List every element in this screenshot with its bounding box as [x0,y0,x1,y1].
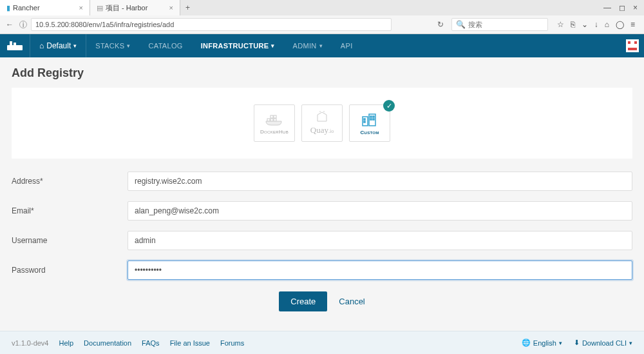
environment-picker[interactable]: ⌂ Default ▾ [30,34,86,57]
registry-label: DockerHub [260,129,289,135]
bookmark-icon[interactable]: ☆ [557,20,564,29]
minimize-icon[interactable]: — [603,3,611,12]
rancher-header: ⌂ Default ▾ STACKS▾ CATALOG INFRASTRUCTU… [0,34,644,57]
nav-api[interactable]: API [332,34,362,57]
window-controls: — ◻ × [597,3,644,12]
page-title: Add Registry [12,66,632,80]
username-input[interactable] [128,231,632,250]
svg-rect-7 [267,119,270,121]
chevron-down-icon: ▾ [271,43,274,49]
chevron-down-icon: ▾ [319,43,323,49]
back-button[interactable]: ← [4,20,15,29]
chevron-down-icon: ▾ [629,340,632,346]
search-icon: 🔍 [456,20,466,29]
check-icon: ✓ [383,100,395,112]
footer-faqs[interactable]: FAQs [142,339,160,347]
search-input[interactable] [468,21,544,28]
tab-bar: ▮ Rancher × ▤ 项目 - Harbor × + — ◻ × [0,0,644,15]
browser-tab-rancher[interactable]: ▮ Rancher × [0,0,90,15]
svg-rect-11 [274,115,276,118]
create-button[interactable]: Create [279,291,327,311]
browser-tab-harbor[interactable]: ▤ 项目 - Harbor × [90,0,180,15]
user-avatar[interactable] [621,34,644,57]
footer-help[interactable]: Help [59,339,73,347]
address-input[interactable] [128,172,632,191]
svg-rect-14 [364,119,365,120]
svg-rect-16 [370,116,372,117]
env-label: Default [46,41,71,50]
new-tab-button[interactable]: + [180,3,195,12]
footer-file-issue[interactable]: File an Issue [170,339,210,347]
version-text: v1.1.0-dev4 [12,339,48,347]
download-cli[interactable]: ⬇ Download CLI ▾ [574,339,632,347]
svg-rect-17 [373,116,374,117]
info-icon[interactable]: i [19,21,27,28]
footer-right: 🌐 English ▾ ⬇ Download CLI ▾ [522,339,632,347]
registry-label: Quay.io [310,125,334,135]
harbor-favicon: ▤ [97,4,103,12]
home-icon[interactable]: ⌂ [605,20,609,29]
maximize-icon[interactable]: ◻ [619,3,625,12]
globe-icon: 🌐 [522,339,531,347]
pocket-icon[interactable]: ⌄ [582,20,588,29]
reload-icon[interactable]: ↻ [433,20,448,29]
clipboard-icon[interactable]: ⎘ [571,20,575,29]
svg-rect-10 [270,115,273,118]
registry-type-panel: DockerHub Quay.io ✓ Custom [12,88,632,159]
browser-toolbar-icons: ☆ ⎘ ⌄ ↓ ⌂ ◯ ≡ [552,20,640,29]
tab-title: 项目 - Harbor [106,3,147,13]
password-input[interactable] [128,261,632,280]
url-input[interactable] [31,18,392,31]
svg-rect-9 [274,119,276,121]
svg-rect-18 [370,119,372,120]
footer: v1.1.0-dev4 Help Documentation FAQs File… [0,331,644,354]
svg-rect-0 [7,45,23,50]
registry-option-dockerhub[interactable]: DockerHub [254,104,295,142]
download-icon: ⬇ [574,339,580,347]
address-label: Address* [12,177,128,186]
chevron-down-icon: ▾ [127,43,130,49]
footer-left: v1.1.0-dev4 Help Documentation FAQs File… [12,339,244,347]
email-input[interactable] [128,201,632,221]
username-label: Username [12,236,128,245]
tab-title: Rancher [13,4,40,12]
svg-rect-1 [10,41,12,45]
password-label: Password [12,266,128,275]
download-icon[interactable]: ↓ [594,20,598,29]
home-icon: ⌂ [39,41,44,50]
browser-search[interactable]: 🔍 [451,18,548,31]
svg-rect-19 [373,119,374,120]
browser-chrome: ▮ Rancher × ▤ 项目 - Harbor × + — ◻ × ← i … [0,0,644,34]
svg-rect-2 [14,43,16,45]
footer-forums[interactable]: Forums [220,339,244,347]
registry-label: Custom [360,130,379,135]
nav-stacks[interactable]: STACKS▾ [86,34,139,57]
rancher-logo[interactable] [0,34,30,57]
close-icon[interactable]: × [169,4,173,12]
sync-icon[interactable]: ◯ [616,20,624,29]
svg-rect-8 [270,119,273,121]
email-label: Email* [12,206,128,215]
nav-infrastructure[interactable]: INFRASTRUCTURE▾ [192,34,284,57]
svg-rect-4 [628,41,630,44]
nav-admin[interactable]: ADMIN▾ [284,34,332,57]
chevron-down-icon: ▾ [559,340,562,346]
cancel-button[interactable]: Cancel [339,297,365,306]
registry-form: Address* Email* Username Password [12,172,632,280]
form-actions: Create Cancel [12,291,632,311]
footer-documentation[interactable]: Documentation [84,339,131,347]
registry-option-custom[interactable]: ✓ Custom [349,104,390,142]
svg-rect-5 [634,41,637,44]
menu-icon[interactable]: ≡ [630,20,635,29]
rancher-favicon: ▮ [6,4,10,12]
language-picker[interactable]: 🌐 English ▾ [522,339,562,347]
close-icon[interactable]: × [79,4,83,12]
svg-rect-6 [628,48,637,50]
page-body: Add Registry DockerHub Quay.io ✓ Custom … [0,57,644,311]
nav-catalog[interactable]: CATALOG [140,34,192,57]
svg-rect-15 [364,121,365,123]
address-bar: ← i ↻ 🔍 ☆ ⎘ ⌄ ↓ ⌂ ◯ ≡ [0,15,644,34]
registry-option-quay[interactable]: Quay.io [301,104,343,142]
close-window-icon[interactable]: × [633,3,638,12]
chevron-down-icon: ▾ [73,43,77,49]
